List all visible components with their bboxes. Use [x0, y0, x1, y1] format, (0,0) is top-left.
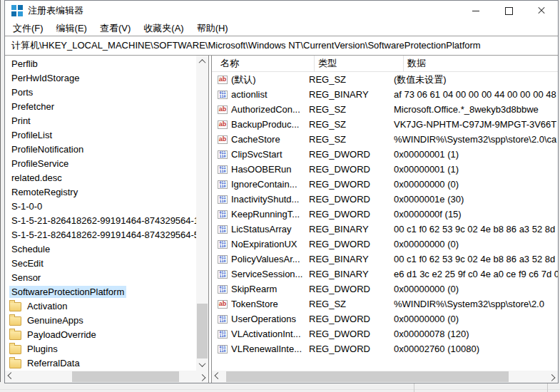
- tree-scroll-left-button[interactable]: [5, 371, 17, 383]
- value-row[interactable]: 011110UserOperationsREG_DWORD0x00000000 …: [212, 311, 558, 326]
- menu-view[interactable]: 查看(V): [93, 21, 137, 36]
- menu-help[interactable]: 帮助(H): [190, 21, 235, 36]
- chevron-left-icon: [215, 372, 222, 379]
- tree-item[interactable]: Plugins: [5, 341, 196, 356]
- value-type: REG_DWORD: [305, 194, 390, 205]
- tree-item[interactable]: PayloadOverride: [5, 327, 196, 341]
- value-row[interactable]: 011110LicStatusArrayREG_BINARY00 c1 f0 6…: [212, 222, 558, 237]
- tree-item[interactable]: Activation: [5, 299, 196, 313]
- value-row[interactable]: abTokenStoreREG_SZ%WINDIR%\System32\spp\…: [212, 296, 558, 311]
- value-row[interactable]: 011110KeepRunningT...REG_DWORD0x0000000f…: [212, 207, 558, 222]
- tree-item[interactable]: ProfileNotification: [5, 142, 196, 156]
- menu-edit[interactable]: 编辑(E): [50, 21, 93, 36]
- value-row[interactable]: ab(默认)REG_SZ(数值未设置): [212, 72, 558, 87]
- tree-item[interactable]: GenuineApps: [5, 313, 196, 327]
- binary-value-icon: 011110: [218, 150, 228, 159]
- column-header-type[interactable]: 类型: [315, 56, 404, 71]
- value-type: REG_DWORD: [305, 239, 390, 249]
- value-row[interactable]: 011110VLRenewalInte...REG_DWORD0x0000276…: [212, 341, 558, 356]
- tree-item[interactable]: ReferralData: [5, 356, 196, 370]
- value-row[interactable]: 011110InactivityShutd...REG_DWORD0x00000…: [212, 192, 558, 207]
- values-scroll-right-button[interactable]: [546, 371, 558, 383]
- tree-item[interactable]: related.desc: [5, 170, 196, 185]
- value-type: REG_SZ: [305, 119, 390, 130]
- maximize-icon: [505, 7, 513, 15]
- main-area: PerflibPerHwIdStoragePortsPrefetcherPrin…: [5, 56, 558, 383]
- value-row[interactable]: 011110PolicyValuesAr...REG_BINARY00 c1 f…: [212, 252, 558, 267]
- tree-vertical-scrollbar[interactable]: [196, 56, 208, 371]
- tree-horizontal-scrollbar[interactable]: [5, 371, 208, 383]
- maximize-button[interactable]: [492, 1, 525, 21]
- folder-icon: [9, 345, 21, 354]
- tree-scroll-down-button[interactable]: [196, 359, 208, 371]
- value-type: REG_SZ: [305, 134, 390, 145]
- tree-item[interactable]: Sensor: [5, 270, 196, 284]
- value-name: ServiceSession...: [231, 269, 302, 279]
- values-horizontal-scrollbar[interactable]: [212, 371, 558, 383]
- tree-item-label: ProfileNotification: [9, 143, 86, 155]
- tree-item[interactable]: PerHwIdStorage: [5, 71, 196, 85]
- menu-file[interactable]: 文件(F): [6, 21, 50, 36]
- tree-item[interactable]: RemoteRegistry: [5, 185, 196, 199]
- tree-item[interactable]: SecEdit: [5, 256, 196, 270]
- tree-scroll-right-button[interactable]: [196, 371, 208, 383]
- value-type: REG_SZ: [305, 299, 390, 309]
- tree-item[interactable]: Prefetcher: [5, 99, 196, 113]
- value-type: REG_BINARY: [305, 269, 390, 279]
- column-header-name[interactable]: 名称: [212, 56, 315, 71]
- address-bar[interactable]: 计算机\HKEY_LOCAL_MACHINE\SOFTWARE\Microsof…: [5, 36, 558, 56]
- value-name: ClipSvcStart: [231, 149, 282, 160]
- tree-item[interactable]: Print: [5, 113, 196, 128]
- tree-item-label: Prefetcher: [9, 100, 56, 113]
- tree-scroll-up-button[interactable]: [196, 56, 208, 68]
- value-type: REG_DWORD: [305, 209, 390, 220]
- value-row[interactable]: 011110actionlistREG_BINARYaf 73 06 61 04…: [212, 87, 558, 102]
- column-header-data[interactable]: 数据: [404, 56, 558, 71]
- close-icon: [537, 6, 546, 15]
- value-row[interactable]: abBackupProduc...REG_SZVK7JG-NPHTM-C97JM…: [212, 117, 558, 132]
- value-data: 00 c1 f0 62 53 9c 02 4e b8 86 a3 52 8d: [390, 224, 558, 234]
- menu-favorites[interactable]: 收藏夹(A): [137, 21, 190, 36]
- values-scroll-left-button[interactable]: [212, 371, 224, 383]
- values-hscroll-thumb[interactable]: [226, 371, 509, 382]
- value-row[interactable]: abCacheStoreREG_SZ%WINDIR%\System32\spp\…: [212, 132, 558, 147]
- tree-item-label: Plugins: [25, 343, 60, 355]
- string-value-icon: ab: [218, 120, 228, 129]
- tree-vscroll-thumb[interactable]: [197, 304, 208, 359]
- tree-item-label: PerHwIdStorage: [9, 72, 81, 84]
- tree-item-label: S-1-5-21-826418262-99191464-874329564-10: [9, 215, 196, 227]
- tree-item[interactable]: Schedule: [5, 242, 196, 256]
- value-row[interactable]: 011110SkipRearmREG_DWORD0x00000000 (0): [212, 282, 558, 296]
- background-artifact-line: [414, 383, 414, 392]
- value-type: REG_SZ: [305, 104, 390, 115]
- value-data: VK7JG-NPHTM-C97JM-9MPGT-3V66T: [390, 119, 558, 130]
- value-data: e6 d1 3c e2 25 9f c0 4e a0 ce f9 c6 7d 0: [390, 269, 558, 279]
- tree-item[interactable]: Perflib: [5, 56, 196, 71]
- value-type: REG_BINARY: [305, 254, 390, 264]
- value-row[interactable]: 011110IgnoreContain...REG_DWORD0x0000000…: [212, 177, 558, 192]
- tree-item[interactable]: S-1-5-21-826418262-99191464-874329564-10: [5, 213, 196, 227]
- tree-item-label: ProfileService: [9, 158, 71, 170]
- close-button[interactable]: [525, 1, 558, 21]
- tree-item-selected[interactable]: SoftwareProtectionPlatform: [5, 284, 196, 299]
- background-artifact-line: [0, 389, 560, 390]
- tree-hscroll-thumb[interactable]: [72, 371, 179, 382]
- value-row[interactable]: 011110ServiceSession...REG_BINARYe6 d1 3…: [212, 267, 558, 282]
- registry-tree: PerflibPerHwIdStoragePortsPrefetcherPrin…: [5, 56, 196, 371]
- tree-item[interactable]: Ports: [5, 85, 196, 99]
- value-type: REG_DWORD: [305, 179, 390, 190]
- value-row[interactable]: 011110ClipSvcStartREG_DWORD0x00000001 (1…: [212, 147, 558, 162]
- tree-item[interactable]: S-1-5-21-826418262-99191464-874329564-50: [5, 227, 196, 242]
- value-name: VLActivationInt...: [231, 329, 301, 339]
- value-row[interactable]: abAuthorizedCon...REG_SZMicrosoft.Office…: [212, 102, 558, 117]
- value-type: REG_BINARY: [305, 224, 390, 234]
- minimize-button[interactable]: [459, 1, 492, 21]
- tree-item[interactable]: S-1-0-0: [5, 199, 196, 213]
- tree-item[interactable]: ProfileService: [5, 156, 196, 170]
- value-data: 0x00000000 (0): [390, 314, 558, 324]
- value-row[interactable]: 011110NoExpirationUXREG_DWORD0x00000000 …: [212, 237, 558, 252]
- value-row[interactable]: 011110VLActivationInt...REG_DWORD0x00000…: [212, 326, 558, 341]
- tree-item[interactable]: ProfileList: [5, 128, 196, 142]
- value-row[interactable]: 011110HasOOBERunREG_DWORD0x00000001 (1): [212, 162, 558, 177]
- value-name: TokenStore: [231, 299, 278, 309]
